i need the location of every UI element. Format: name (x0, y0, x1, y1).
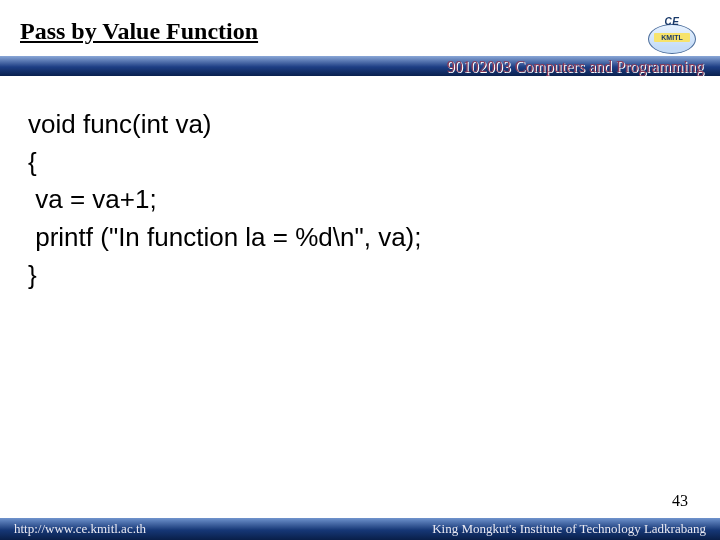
code-line: { (28, 144, 692, 182)
code-line: va = va+1; (28, 181, 692, 219)
institute-logo: CE KMITL (644, 10, 700, 54)
slide-footer: http://www.ce.kmitl.ac.th King Mongkut's… (0, 518, 720, 540)
code-line: printf ("In function la = %d\n", va); (28, 219, 692, 257)
page-number: 43 (672, 492, 688, 510)
footer-org: King Mongkut's Institute of Technology L… (432, 521, 706, 537)
slide-title: Pass by Value Function (20, 18, 700, 45)
course-label: 90102003 Computers and Programming (447, 58, 704, 76)
code-line: } (28, 257, 692, 295)
slide-header: Pass by Value Function CE KMITL 90102003… (0, 0, 720, 82)
code-line: void func(int va) (28, 106, 692, 144)
logo-text-sub: KMITL (654, 33, 690, 42)
code-block: void func(int va) { va = va+1; printf ("… (0, 82, 720, 294)
logo-text-top: CE (644, 16, 700, 27)
footer-url: http://www.ce.kmitl.ac.th (14, 521, 146, 537)
